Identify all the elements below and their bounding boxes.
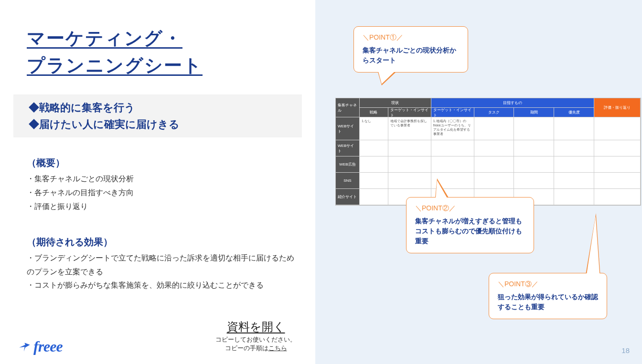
strategy-box: ◆戦略的に集客を行う ◆届けたい人に確実に届けきる xyxy=(13,94,302,137)
sheet-row-label: WEB広告 xyxy=(336,156,360,173)
strategy-line: ◆戦略的に集客を行う xyxy=(15,99,300,116)
sheet-subheader: タスク xyxy=(474,108,514,117)
right-illustration-panel: 集客チャネル 現状 目指すもの 評価・振り返り 戦略 ターゲット・インサイト タ… xyxy=(315,0,642,364)
cta-note-text: コピーしてお使いください。 xyxy=(215,336,296,343)
list-item: ・ブランディングシートで立てた戦略に沿った訴求を適切な相手に届けるためのプランを… xyxy=(27,251,298,279)
sheet-cell xyxy=(514,117,554,140)
callout-point-1: ＼POINT①／ 集客チャネルごとの現状分析からスタート xyxy=(353,26,468,73)
strategy-line: ◆届けたい人に確実に届けきる xyxy=(15,116,300,133)
sheet-subheader: 優先度 xyxy=(554,108,594,117)
callout-label: ＼POINT③／ xyxy=(498,279,598,289)
sheet-subheader: 期間 xyxy=(514,108,554,117)
list-item: ・集客チャネルごとの現状分析 xyxy=(27,172,298,186)
title-line: プランニングシート xyxy=(27,55,203,75)
sheet-cell xyxy=(554,117,594,140)
effects-section: （期待される効果） ・ブランディングシートで立てた戦略に沿った訴求を適切な相手に… xyxy=(27,236,298,292)
bird-icon xyxy=(17,340,31,354)
effects-list: ・ブランディングシートで立てた戦略に沿った訴求を適切な相手に届けるためのプランを… xyxy=(27,251,298,292)
page-number: 18 xyxy=(621,346,630,354)
callout-body: 集客チャネルが増えすぎると管理もコストも膨らむので優先順位付けも重要 xyxy=(415,216,525,246)
sheet-cell: 地域で会計事務所を探している事業者 xyxy=(388,117,431,140)
sheet-cell: 1.なし xyxy=(360,117,388,140)
logo: freee xyxy=(17,338,63,355)
list-item: ・各チャネルの目指すべき方向 xyxy=(27,186,298,200)
sheet-row-label: WEBサイト xyxy=(336,117,360,140)
sheet-subheader: ターゲット・インサイト xyxy=(388,108,431,117)
sheet-subheader: ターゲット・インサイト xyxy=(431,108,474,117)
callout-label: ＼POINT②／ xyxy=(415,203,525,213)
callout-point-3: ＼POINT③／ 狙った効果が得られているか確認することも重要 xyxy=(489,273,607,319)
left-content-panel: マーケティング・ プランニングシート ◆戦略的に集客を行う ◆届けたい人に確実に… xyxy=(0,0,315,364)
cta-block: 資料を開く コピーしてお使いください。 コピーの手順はこちら xyxy=(215,319,296,353)
title-line: マーケティング・ xyxy=(27,28,182,48)
cta-note: コピーしてお使いください。 コピーの手順はこちら xyxy=(215,335,296,353)
overview-section: （概要） ・集客チャネルごとの現状分析 ・各チャネルの目指すべき方向 ・評価と振… xyxy=(27,156,298,213)
logo-text: freee xyxy=(33,338,63,355)
sheet-header: 現状 xyxy=(360,98,431,108)
cta-note-text: コピーの手順は xyxy=(225,344,268,352)
sheet-cell xyxy=(594,117,641,140)
copy-steps-link[interactable]: こちら xyxy=(268,344,287,352)
sheet-subheader: 戦略 xyxy=(360,108,388,117)
sheet-header: 目指すもの xyxy=(431,98,594,108)
callout-point-2: ＼POINT②／ 集客チャネルが増えすぎると管理もコストも膨らむので優先順位付け… xyxy=(406,197,534,253)
callout-body: 狙った効果が得られているか確認することも重要 xyxy=(498,292,598,312)
open-document-link[interactable]: 資料を開く xyxy=(215,319,296,334)
list-item: ・コストが膨らみがちな集客施策を、効果的に絞り込むことができる xyxy=(27,279,298,292)
sheet-row-label: SNS xyxy=(336,173,360,189)
sheet-row-label: WEBサイト xyxy=(336,140,360,156)
planning-sheet-preview: 集客チャネル 現状 目指すもの 評価・振り返り 戦略 ターゲット・インサイト タ… xyxy=(335,98,641,206)
page-title: マーケティング・ プランニングシート xyxy=(27,25,298,79)
overview-list: ・集客チャネルごとの現状分析 ・各チャネルの目指すべき方向 ・評価と振り返り xyxy=(27,172,298,213)
effects-heading: （期待される効果） xyxy=(27,236,298,249)
sheet-cell xyxy=(474,117,514,140)
sheet-cell: 1.地域内（〇〇市）のfreeeユーザーのうち、リアルタイム化を希望する事業者 xyxy=(431,117,474,140)
callout-body: 集客チャネルごとの現状分析からスタート xyxy=(363,45,459,65)
list-item: ・評価と振り返り xyxy=(27,200,298,214)
overview-heading: （概要） xyxy=(27,156,298,169)
sheet-row-label: 紹介サイト xyxy=(336,189,360,205)
callout-label: ＼POINT①／ xyxy=(363,32,459,42)
